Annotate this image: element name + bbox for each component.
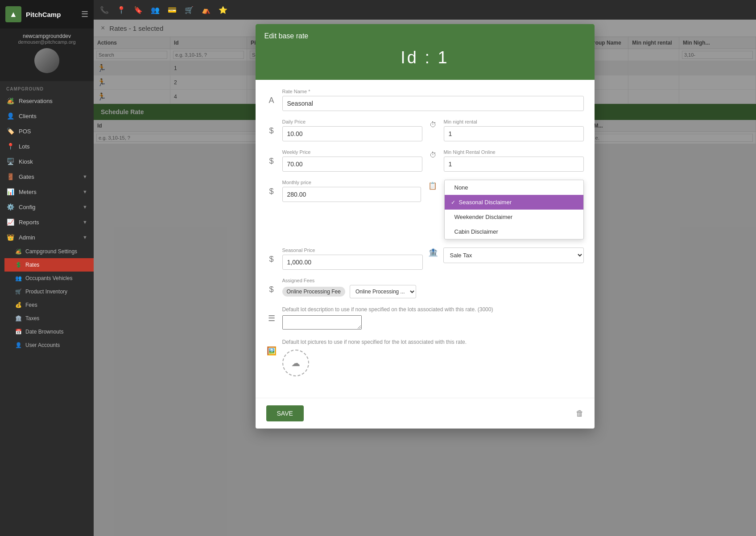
description-textarea[interactable] [282, 315, 362, 330]
monthly-price-field: Monthly price [282, 180, 421, 202]
sidebar-item-taxes[interactable]: 🏛️ Taxes [4, 312, 94, 325]
weekly-price-row: $ Weekly Price ⏱ Min Night Rental Online [266, 149, 584, 172]
sidebar-item-rates[interactable]: 💲 Rates [4, 258, 94, 272]
min-night-rental-input[interactable] [444, 126, 584, 141]
taxes-icon: 🏛️ [15, 315, 22, 322]
admin-icon: 👑 [6, 234, 14, 241]
user-accounts-icon: 👤 [15, 342, 22, 348]
rate-name-row: A Rate Name * [266, 89, 584, 111]
disclaimer-option-weekender[interactable]: Weekender Disclaimer [445, 210, 583, 224]
user-email: demouser@pitchcamp.org [18, 39, 75, 45]
pictures-note: Default lot pictures to use if none spec… [282, 339, 584, 345]
lots-icon: 📍 [6, 143, 14, 150]
weekly-price-input[interactable] [282, 157, 422, 172]
description-container: Default lot description to use if none s… [282, 306, 584, 331]
sidebar-item-label: Lots [19, 143, 30, 150]
chevron-down-icon: ▼ [83, 219, 87, 225]
sidebar-sub-label: Date Brownouts [25, 329, 63, 335]
disclaimer-option-seasonal[interactable]: ✓ Seasonal Disclaimer [445, 195, 583, 210]
phone-icon[interactable]: 📞 [100, 6, 109, 14]
pictures-container: Default lot pictures to use if none spec… [282, 339, 584, 381]
seasonal-price-input[interactable] [282, 255, 423, 270]
sidebar-item-kiosk[interactable]: 🖥️ Kiosk [0, 154, 94, 169]
sidebar-item-config[interactable]: ⚙️ Config ▼ [0, 199, 94, 214]
weekly-price-field: Weekly Price [282, 149, 422, 172]
sidebar-item-meters[interactable]: 📊 Meters ▼ [0, 184, 94, 199]
cart-icon[interactable]: 🛒 [185, 6, 194, 14]
occupants-icon: 👥 [15, 275, 22, 281]
sidebar-sub-label: Fees [25, 302, 37, 308]
upload-area[interactable]: ☁ [282, 350, 309, 376]
main-content: 📞 📍 🔖 👥 💳 🛒 ⛺ ⭐ × Rates - 1 selected Act… [94, 0, 756, 536]
star-icon[interactable]: ⭐ [219, 6, 227, 14]
username: newcampgrounddev [23, 33, 71, 39]
disclaimer-option-cabin[interactable]: Cabin Disclaimer [445, 224, 583, 239]
sidebar-item-label: Meters [19, 189, 37, 195]
sidebar-header: ▲ PitchCamp ☰ [0, 0, 94, 29]
fees-row: Online Processing Fee Online Processing … [282, 285, 584, 298]
modal-body: A Rate Name * $ Daily Price ⏱ [256, 80, 595, 398]
assigned-fees-container: Assigned Fees Online Processing Fee Onli… [282, 278, 584, 298]
disclaimer-dropdown: None ✓ Seasonal Disclaimer Weekender Dis… [444, 180, 584, 239]
pictures-icon: 🖼️ [266, 346, 277, 356]
sidebar-item-clients[interactable]: 👤 Clients [0, 108, 94, 124]
sidebar-item-date-brownouts[interactable]: 📅 Date Brownouts [4, 325, 94, 338]
check-icon: ✓ [451, 199, 455, 206]
tax-group-select[interactable]: Sale Tax [443, 247, 584, 263]
location-icon[interactable]: 📍 [117, 6, 126, 14]
rate-name-input[interactable] [282, 96, 584, 111]
sidebar-item-reservations[interactable]: 🏕️ Reservations [0, 93, 94, 108]
dollar-icon3: $ [266, 187, 277, 196]
sidebar-item-lots[interactable]: 📍 Lots [0, 139, 94, 154]
people-icon[interactable]: 👥 [151, 6, 160, 14]
monthly-price-row: $ Monthly price 📋 None [266, 180, 584, 239]
min-night-online-input[interactable] [444, 157, 584, 172]
sidebar-sub-label: Product Inventory [25, 289, 67, 295]
avatar [34, 48, 59, 73]
sidebar-item-pos[interactable]: 🏷️ POS [0, 124, 94, 139]
description-icon: ☰ [266, 313, 277, 323]
assigned-fees-label: Assigned Fees [282, 278, 584, 283]
daily-price-icon-btn[interactable]: ⏱ [428, 119, 438, 131]
modal-header: Edit base rate Id : 1 [256, 24, 595, 80]
sidebar-item-gates[interactable]: 🚪 Gates ▼ [0, 169, 94, 184]
sidebar-item-label: Kiosk [19, 158, 33, 165]
online-processing-select[interactable]: Online Processing ... [350, 285, 416, 298]
daily-price-row: $ Daily Price ⏱ Min night rental [266, 119, 584, 141]
reports-icon: 📈 [6, 219, 14, 226]
rates-icon: 💲 [15, 262, 22, 268]
content-area: × Rates - 1 selected Actions Id Pictures… [94, 20, 756, 536]
chevron-down-icon: ▼ [83, 189, 87, 194]
sidebar-item-user-accounts[interactable]: 👤 User Accounts [4, 338, 94, 352]
sidebar-item-campground-settings[interactable]: 🏕️ Campground Settings [4, 245, 94, 258]
hamburger-icon[interactable]: ☰ [81, 9, 88, 19]
daily-price-field: Daily Price [282, 119, 422, 141]
save-button[interactable]: SAVE [266, 405, 304, 421]
sidebar-item-product-inventory[interactable]: 🛒 Product Inventory [4, 285, 94, 298]
sidebar-item-admin[interactable]: 👑 Admin ▼ [0, 230, 94, 245]
sidebar-item-fees[interactable]: 💰 Fees [4, 298, 94, 312]
monthly-price-input[interactable] [282, 187, 421, 202]
camp-icon[interactable]: ⛺ [202, 6, 211, 14]
sidebar-item-label: Config [19, 204, 36, 210]
modal-footer: SAVE 🗑 [256, 398, 595, 429]
assigned-fees-row: $ Assigned Fees Online Processing Fee On… [266, 278, 584, 298]
weekly-price-icon-btn[interactable]: ⏱ [428, 149, 438, 161]
sidebar-item-reports[interactable]: 📈 Reports ▼ [0, 214, 94, 230]
payment-icon[interactable]: 💳 [168, 6, 177, 14]
monthly-price-icon-btn[interactable]: 📋 [426, 180, 439, 192]
sidebar: ▲ PitchCamp ☰ newcampgrounddev demouser@… [0, 0, 94, 536]
dollar-icon2: $ [266, 157, 277, 166]
delete-button[interactable]: 🗑 [576, 409, 584, 418]
disclaimer-option-none[interactable]: None [445, 180, 583, 195]
topbar: 📞 📍 🔖 👥 💳 🛒 ⛺ ⭐ [94, 0, 756, 20]
sidebar-item-label: Reports [19, 219, 39, 226]
seasonal-price-field: Seasonal Price [282, 247, 423, 270]
sidebar-item-occupants-vehicles[interactable]: 👥 Occupants Vehicles [4, 272, 94, 285]
daily-price-input[interactable] [282, 126, 422, 141]
bookmark-icon[interactable]: 🔖 [134, 6, 143, 14]
gates-icon: 🚪 [6, 173, 14, 180]
modal-title: Edit base rate [264, 32, 586, 40]
min-night-rental-label: Min night rental [444, 119, 584, 124]
sidebar-sub-label: Taxes [25, 315, 39, 322]
